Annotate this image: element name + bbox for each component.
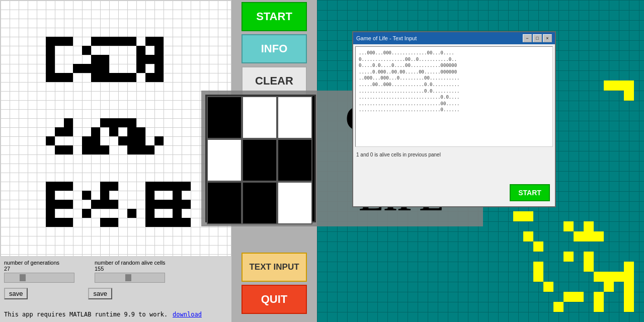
save-button-1[interactable]: save bbox=[4, 288, 28, 299]
yellow-cell bbox=[564, 252, 574, 262]
alive-thumb bbox=[125, 274, 131, 281]
yellow-cell bbox=[533, 242, 543, 252]
black-cell bbox=[127, 209, 136, 218]
dialog-controls: − □ × bbox=[523, 34, 552, 42]
black-cell bbox=[46, 209, 55, 218]
download-bar: This app requires MATLAB runtime 9.9 to … bbox=[0, 307, 231, 322]
black-cell bbox=[100, 191, 109, 200]
black-cell bbox=[173, 191, 182, 200]
alive-cells-stat: number of random alive cells 155 bbox=[95, 260, 166, 283]
info-button[interactable]: INFO bbox=[242, 34, 307, 63]
text-input-button[interactable]: TEXT INPUT bbox=[242, 253, 307, 282]
yellow-cell bbox=[564, 221, 574, 231]
quit-button[interactable]: QUIT bbox=[242, 285, 307, 314]
dialog-titlebar: Game of Life - Text Input − □ × bbox=[353, 32, 555, 44]
cell-6 bbox=[207, 182, 242, 224]
maximize-button[interactable]: □ bbox=[533, 34, 542, 42]
black-cell bbox=[136, 55, 164, 64]
save-button-2[interactable]: save bbox=[88, 288, 112, 299]
black-cell bbox=[55, 145, 73, 154]
black-cell bbox=[136, 46, 145, 55]
black-cell bbox=[46, 136, 55, 145]
black-cell bbox=[46, 218, 73, 227]
black-cell bbox=[127, 145, 154, 154]
cell-3 bbox=[207, 139, 242, 182]
cell-7 bbox=[242, 182, 277, 224]
yellow-cell bbox=[584, 221, 594, 231]
yellow-cell bbox=[624, 91, 634, 101]
yellow-cell bbox=[604, 80, 614, 91]
yellow-cell bbox=[533, 262, 543, 282]
black-cell bbox=[145, 37, 164, 46]
dialog-window: Game of Life - Text Input − □ × ...000..… bbox=[352, 31, 556, 207]
yellow-cell bbox=[584, 252, 594, 272]
black-cell bbox=[91, 55, 109, 64]
cell-5 bbox=[277, 139, 312, 182]
black-cell bbox=[46, 55, 55, 64]
left-grid-panel[interactable] bbox=[0, 0, 231, 257]
black-cell bbox=[145, 191, 154, 200]
black-cell bbox=[173, 209, 182, 218]
black-cell bbox=[64, 118, 73, 127]
yellow-cell bbox=[513, 211, 533, 221]
black-cell bbox=[145, 218, 191, 227]
yellow-cell bbox=[594, 272, 624, 282]
black-cell bbox=[91, 200, 118, 209]
black-cell bbox=[46, 73, 73, 82]
black-cell bbox=[91, 37, 136, 46]
black-cell bbox=[55, 127, 73, 136]
generations-label: number of generations bbox=[4, 260, 74, 266]
yellow-cell bbox=[543, 282, 553, 292]
yellow-cell bbox=[574, 231, 604, 242]
alive-slider[interactable] bbox=[95, 273, 165, 283]
cell-4 bbox=[242, 139, 277, 182]
dialog-start-button[interactable]: START bbox=[510, 184, 550, 201]
black-cell bbox=[145, 182, 191, 191]
black-cell bbox=[154, 46, 164, 55]
black-cell bbox=[145, 73, 164, 82]
yellow-cell bbox=[553, 302, 564, 312]
black-cell bbox=[127, 127, 145, 136]
black-cell bbox=[91, 73, 136, 82]
black-cell bbox=[46, 200, 73, 209]
yellow-cell bbox=[614, 80, 634, 91]
black-cell bbox=[91, 127, 100, 136]
black-cell bbox=[46, 37, 73, 46]
dialog-footer-text: 1 and 0 is alive cells in previous panel bbox=[356, 152, 441, 157]
generations-stat: number of generations 27 bbox=[4, 260, 74, 283]
alive-value: 155 bbox=[95, 266, 166, 272]
close-dialog-button[interactable]: × bbox=[543, 34, 552, 42]
minimize-button[interactable]: − bbox=[523, 34, 532, 42]
black-cell bbox=[154, 64, 164, 73]
generations-value: 27 bbox=[4, 266, 74, 272]
black-cell bbox=[136, 64, 145, 73]
black-cell bbox=[73, 64, 109, 73]
dialog-title: Game of Life - Text Input bbox=[356, 35, 417, 41]
matlab-message: This app requires MATLAB runtime 9.9 to … bbox=[4, 311, 168, 318]
yellow-cell bbox=[604, 282, 614, 292]
generations-slider[interactable] bbox=[4, 273, 74, 283]
download-link[interactable]: download bbox=[173, 311, 202, 318]
black-cell bbox=[109, 127, 118, 136]
black-cell bbox=[100, 218, 118, 227]
yellow-cell bbox=[523, 231, 533, 242]
black-cell bbox=[82, 191, 91, 200]
black-cell bbox=[46, 64, 55, 73]
black-cell bbox=[100, 118, 136, 127]
black-cell bbox=[154, 136, 164, 145]
black-cell bbox=[46, 191, 55, 200]
black-cell bbox=[46, 182, 73, 191]
generations-thumb bbox=[20, 274, 26, 281]
cell-1 bbox=[242, 96, 277, 139]
yellow-cell bbox=[594, 292, 604, 312]
black-cell bbox=[145, 209, 154, 218]
alive-label: number of random alive cells bbox=[95, 260, 166, 266]
black-cell bbox=[145, 200, 191, 209]
dialog-content: ...000...000.............00...0.... 0...… bbox=[355, 46, 553, 147]
black-cell bbox=[82, 145, 109, 154]
black-cell bbox=[82, 136, 100, 145]
dialog-footer: 1 and 0 is alive cells in previous panel bbox=[353, 149, 555, 160]
black-cell bbox=[82, 46, 91, 55]
start-button[interactable]: START bbox=[242, 2, 307, 31]
yellow-cell bbox=[564, 292, 584, 302]
